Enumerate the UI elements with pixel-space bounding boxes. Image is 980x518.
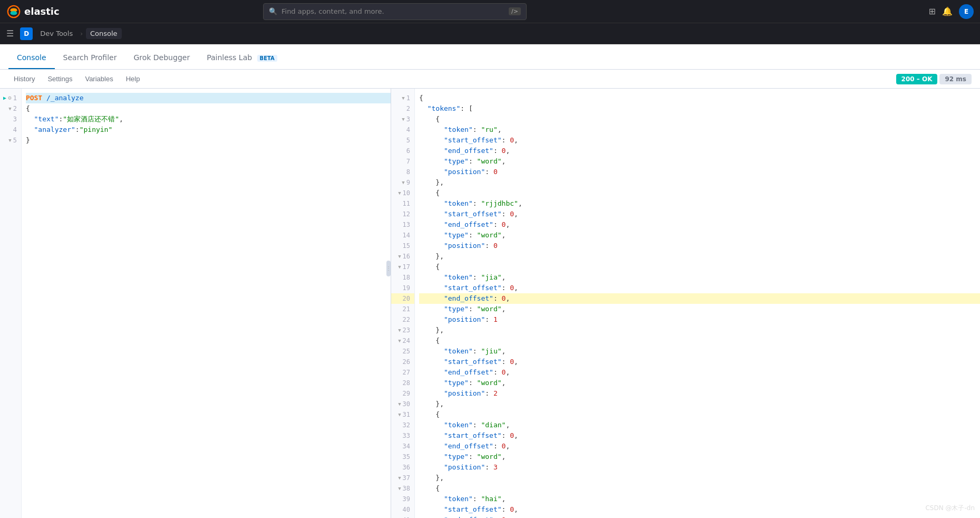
out-line-16: }, <box>419 251 980 262</box>
out-ln-32: 32 <box>391 420 414 430</box>
out-ln-1: ▼1 <box>391 93 414 103</box>
out-ln-8: 8 <box>391 167 414 177</box>
fold-10[interactable]: ▼ <box>398 188 401 198</box>
user-avatar[interactable]: E <box>959 4 974 19</box>
out-ln-14: 14 <box>391 230 414 241</box>
out-line-8: "position": 0 <box>419 167 980 177</box>
out-ln-17: ▼17 <box>391 262 414 272</box>
settings-small-icon[interactable]: ⚙ <box>8 93 12 103</box>
out-line-14: "type": "word", <box>419 230 980 241</box>
out-line-30: }, <box>419 399 980 409</box>
breadcrumb-devtools[interactable]: Dev Tools <box>36 28 77 39</box>
out-line-31: { <box>419 409 980 420</box>
svg-point-2 <box>10 11 17 15</box>
main-content: ▶ ⚙ 1 ▼ 2 3 4 ▼ 5 POST /_analyze { "tex <box>0 89 980 518</box>
editor-code-area[interactable]: POST /_analyze { "text":"如家酒店还不错", "anal… <box>22 89 391 518</box>
search-bar[interactable]: 🔍 Find apps, content, and more. /> <box>263 3 527 20</box>
out-ln-29: 29 <box>391 388 414 399</box>
out-ln-27: 27 <box>391 367 414 378</box>
fold-24[interactable]: ▼ <box>398 335 401 346</box>
out-ln-40: 40 <box>391 504 414 515</box>
collapse-icon-2[interactable]: ▼ <box>8 103 11 114</box>
bell-icon[interactable]: 🔔 <box>942 6 953 16</box>
fold-3[interactable]: ▼ <box>402 114 404 124</box>
fold-38[interactable]: ▼ <box>398 483 401 494</box>
out-line-40: "start_offset": 0, <box>419 504 980 515</box>
watermark: CSDN @木子-dn <box>925 504 975 513</box>
out-ln-9: ▼9 <box>391 177 414 188</box>
line-num-5: ▼ 5 <box>0 135 21 146</box>
fold-30[interactable]: ▼ <box>398 399 401 409</box>
fold-16[interactable]: ▼ <box>398 251 401 262</box>
tab-grok-debugger[interactable]: Grok Debugger <box>125 47 198 69</box>
fold-17[interactable]: ▼ <box>398 262 401 272</box>
out-ln-23: ▼23 <box>391 325 414 335</box>
settings-button[interactable]: Settings <box>42 73 77 85</box>
out-ln-21: 21 <box>391 304 414 314</box>
out-ln-36: 36 <box>391 462 414 473</box>
out-ln-24: ▼24 <box>391 335 414 346</box>
out-ln-19: 19 <box>391 283 414 293</box>
beta-badge: BETA <box>257 55 277 62</box>
app-badge: D <box>20 27 33 40</box>
divider-handle[interactable]: ⋮ <box>386 261 391 276</box>
time-badge: 92 ms <box>939 74 972 84</box>
out-ln-12: 12 <box>391 209 414 219</box>
out-line-37: }, <box>419 473 980 483</box>
out-line-2: "tokens": [ <box>419 103 980 114</box>
tab-search-profiler[interactable]: Search Profiler <box>55 47 125 69</box>
search-icon: 🔍 <box>269 7 277 15</box>
help-button[interactable]: Help <box>121 73 145 85</box>
fold-31[interactable]: ▼ <box>398 409 401 420</box>
history-button[interactable]: History <box>8 73 40 85</box>
grid-icon[interactable]: ⊞ <box>929 6 936 16</box>
out-line-10: { <box>419 188 980 198</box>
out-ln-22: 22 <box>391 314 414 325</box>
elastic-logo[interactable]: elastic <box>6 4 60 19</box>
output-code-area: { "tokens": [ { "token": "ru", "start_of… <box>415 89 980 518</box>
search-shortcut: /> <box>509 7 521 15</box>
tab-painless-lab[interactable]: Painless Lab BETA <box>198 47 286 69</box>
variables-button[interactable]: Variables <box>80 73 118 85</box>
editor-panel[interactable]: ▶ ⚙ 1 ▼ 2 3 4 ▼ 5 POST /_analyze { "tex <box>0 89 391 518</box>
tab-console[interactable]: Console <box>8 47 55 69</box>
out-line-35: "type": "word", <box>419 452 980 462</box>
top-bar: elastic 🔍 Find apps, content, and more. … <box>0 0 980 23</box>
editor-line-4: "analyzer":"pinyin" <box>26 124 391 135</box>
elastic-logo-icon <box>6 4 21 19</box>
out-line-32: "token": "dian", <box>419 420 980 430</box>
run-button[interactable]: ▶ <box>3 93 6 103</box>
out-ln-16: ▼16 <box>391 251 414 262</box>
out-line-18: "token": "jia", <box>419 272 980 283</box>
out-ln-39: 39 <box>391 494 414 504</box>
fold-9[interactable]: ▼ <box>402 177 404 188</box>
fold-37[interactable]: ▼ <box>398 473 401 483</box>
search-placeholder: Find apps, content, and more. <box>282 7 384 15</box>
out-line-17: { <box>419 262 980 272</box>
out-ln-11: 11 <box>391 198 414 209</box>
out-line-1: { <box>419 93 980 103</box>
out-line-11: "token": "rjjdhbc", <box>419 198 980 209</box>
out-line-41: "end_offset": 0, <box>419 515 980 518</box>
collapse-icon-5[interactable]: ▼ <box>8 135 11 146</box>
out-line-23: }, <box>419 325 980 335</box>
out-ln-30: ▼30 <box>391 399 414 409</box>
out-ln-15: 15 <box>391 241 414 251</box>
breadcrumb-bar: ☰ D Dev Tools › Console <box>0 23 980 44</box>
fold-1[interactable]: ▼ <box>402 93 404 103</box>
out-ln-41: 41 <box>391 515 414 518</box>
editor-line-2: { <box>26 103 391 114</box>
out-line-22: "position": 1 <box>419 314 980 325</box>
editor-line-numbers: ▶ ⚙ 1 ▼ 2 3 4 ▼ 5 <box>0 89 22 518</box>
line-num-1: ▶ ⚙ 1 <box>0 93 21 103</box>
elastic-logo-text: elastic <box>24 6 60 17</box>
fold-23[interactable]: ▼ <box>398 325 401 335</box>
out-line-38: { <box>419 483 980 494</box>
hamburger-icon[interactable]: ☰ <box>6 28 14 39</box>
editor-line-3: "text":"如家酒店还不错", <box>26 114 391 124</box>
breadcrumb-console[interactable]: Console <box>86 28 122 39</box>
editor-line-5: } <box>26 135 391 146</box>
line-num-2: ▼ 2 <box>0 103 21 114</box>
out-line-24: { <box>419 335 980 346</box>
output-content: ▼1 2 ▼3 4 5 6 7 8 ▼9 ▼10 11 12 13 14 15 … <box>391 89 980 518</box>
